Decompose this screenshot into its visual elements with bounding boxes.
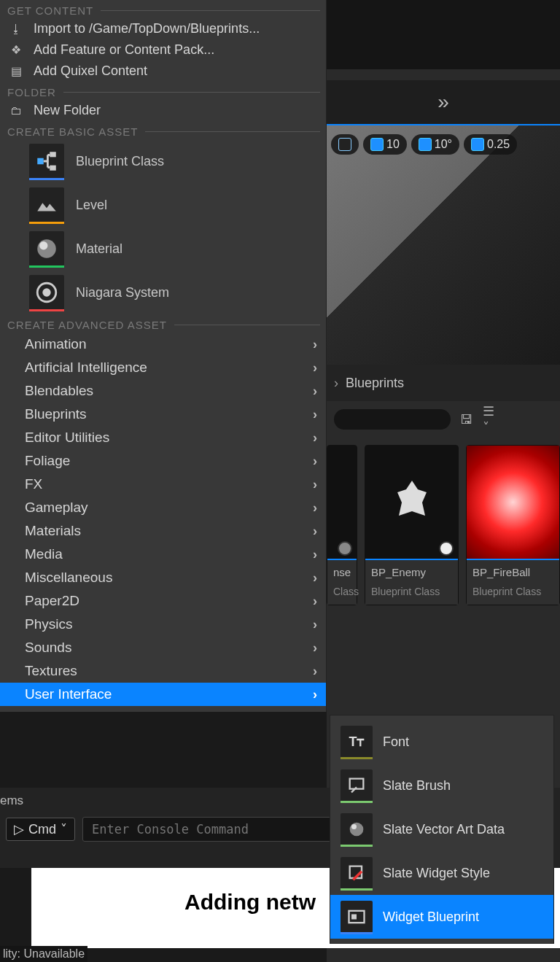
chevron-right-icon: › — [313, 570, 317, 586]
advanced-foliage[interactable]: Foliage› — [0, 449, 326, 473]
niagara-icon — [29, 275, 64, 310]
submenu-slate-vector[interactable]: Slate Vector Art Data — [330, 807, 553, 851]
submenu-font[interactable]: TᴛFont — [330, 720, 553, 764]
snap-drag-chip[interactable] — [331, 134, 359, 155]
chevron-right-icon: › — [313, 524, 317, 539]
svg-point-7 — [350, 823, 364, 837]
chevron-right-icon: › — [313, 640, 317, 656]
level-icon — [29, 187, 64, 222]
submenu-slate-widget-style[interactable]: Slate Widget Style — [330, 851, 553, 895]
advanced-blendables[interactable]: Blendables› — [0, 379, 326, 403]
asset-thumbnail — [327, 446, 357, 560]
advanced-materials[interactable]: Materials› — [0, 519, 326, 543]
advanced-gameplay[interactable]: Gameplay› — [0, 496, 326, 519]
blueprint-class-menu-item[interactable]: Blueprint Class — [0, 139, 326, 183]
add-feature-menu-item[interactable]: ❖Add Feature or Content Pack... — [0, 39, 326, 61]
quixel-icon: ▤ — [9, 64, 23, 79]
chevron-right-icon: › — [313, 500, 317, 516]
new-folder-menu-item[interactable]: 🗀New Folder — [0, 100, 326, 121]
advanced-editor-utilities[interactable]: Editor Utilities› — [0, 426, 326, 449]
asset-tile[interactable]: BP_EnemyBlueprint Class — [365, 445, 459, 605]
console-cmd-dropdown[interactable]: ▷ Cmd ˅ — [6, 818, 75, 841]
status-bar-text: lity: Unavailable — [0, 946, 88, 962]
advanced-media[interactable]: Media› — [0, 543, 326, 566]
grid-icon — [370, 138, 384, 151]
chevron-right-double-icon[interactable]: » — [438, 90, 449, 114]
chevron-right-icon: › — [313, 664, 317, 679]
content-toolbar: 🖫 ☰ ˅ — [327, 405, 560, 434]
chevron-right-icon: › — [313, 687, 317, 702]
advanced-blueprints[interactable]: Blueprints› — [0, 403, 326, 426]
snap-angle-chip[interactable]: 10° — [411, 134, 459, 155]
scale-snap-value: 0.25 — [487, 138, 510, 151]
material-menu-item[interactable]: Material — [0, 227, 326, 271]
import-icon: ⭳ — [9, 22, 23, 36]
asset-tile[interactable]: nseClass — [327, 445, 357, 605]
niagara-menu-item[interactable]: Niagara System — [0, 271, 326, 314]
svg-rect-0 — [37, 158, 44, 165]
content-search[interactable] — [334, 409, 451, 430]
content-context-menu: GET CONTENT ⭳Import to /Game/TopDown/Blu… — [0, 0, 327, 712]
advanced-physics[interactable]: Physics› — [0, 613, 326, 636]
style-icon — [341, 857, 373, 889]
asset-grid: nseClass BP_EnemyBlueprint Class BP_Fire… — [327, 445, 560, 605]
filter-icon[interactable]: ☰ ˅ — [483, 411, 500, 428]
user-interface-submenu: TᴛFont Slate Brush Slate Vector Art Data… — [330, 715, 554, 944]
snap-scale-chip[interactable]: 0.25 — [464, 134, 517, 155]
viewport-snap-toolbar: 10 10° 0.25 — [327, 131, 560, 158]
svg-point-6 — [42, 288, 50, 296]
angle-snap-value: 10° — [435, 138, 452, 151]
advanced-animation[interactable]: Animation› — [0, 333, 326, 356]
chevron-right-icon: › — [313, 617, 317, 632]
angle-icon — [419, 138, 432, 151]
advanced-paper2d[interactable]: Paper2D› — [0, 589, 326, 613]
asset-name: nse — [333, 566, 351, 578]
asset-type: Blueprint Class — [371, 586, 452, 597]
advanced-sounds[interactable]: Sounds› — [0, 636, 326, 659]
package-icon: ❖ — [9, 43, 23, 58]
advanced-miscellaneous[interactable]: Miscellaneous› — [0, 566, 326, 589]
chevron-right-icon: › — [313, 360, 317, 376]
blueprint-icon — [29, 144, 64, 179]
advanced-ai[interactable]: Artificial Intelligence› — [0, 356, 326, 379]
asset-tile[interactable]: BP_FireBallBlueprint Class — [466, 445, 560, 605]
chevron-right-icon: › — [313, 477, 317, 492]
asset-type: Class — [333, 586, 351, 597]
character-icon — [383, 473, 441, 532]
section-header: CREATE ADVANCED ASSET — [0, 314, 326, 333]
asset-name: BP_Enemy — [371, 566, 452, 578]
import-to-menu-item[interactable]: ⭳Import to /Game/TopDown/Blueprints... — [0, 18, 326, 39]
badge-icon — [338, 541, 352, 556]
level-menu-item[interactable]: Level — [0, 183, 326, 227]
section-header: CREATE BASIC ASSET — [0, 121, 326, 139]
scale-icon — [471, 138, 484, 151]
folder-plus-icon: 🗀 — [9, 104, 23, 118]
chevron-right-icon: › — [313, 337, 317, 352]
chevron-right-icon: › — [313, 454, 317, 469]
asset-name: BP_FireBall — [472, 566, 553, 578]
advanced-textures[interactable]: Textures› — [0, 659, 326, 683]
level-viewport[interactable] — [327, 124, 560, 372]
svg-point-4 — [39, 241, 47, 249]
save-icon[interactable]: 🖫 — [458, 411, 475, 428]
advanced-fx[interactable]: FX› — [0, 473, 326, 496]
topbar-dark — [327, 0, 560, 69]
advanced-user-interface[interactable]: User Interface› — [0, 683, 326, 706]
section-header: GET CONTENT — [0, 0, 326, 18]
widget-blueprint-icon — [341, 901, 373, 933]
brush-icon — [341, 769, 373, 802]
svg-point-3 — [37, 239, 56, 258]
snap-grid-chip[interactable]: 10 — [363, 134, 407, 155]
breadcrumb-folder: Blueprints — [346, 376, 404, 391]
section-header: FOLDER — [0, 82, 326, 100]
chevron-right-icon: › — [313, 384, 317, 399]
svg-rect-1 — [50, 152, 56, 157]
asset-type: Blueprint Class — [472, 586, 553, 597]
submenu-slate-brush[interactable]: Slate Brush — [330, 764, 553, 807]
asset-thumbnail — [365, 446, 458, 560]
add-quixel-menu-item[interactable]: ▤Add Quixel Content — [0, 61, 326, 82]
submenu-widget-blueprint[interactable]: Widget Blueprint — [330, 895, 553, 939]
content-breadcrumb[interactable]: › Blueprints — [327, 365, 560, 401]
chevron-right-icon: › — [313, 430, 317, 446]
svg-point-8 — [351, 824, 357, 829]
